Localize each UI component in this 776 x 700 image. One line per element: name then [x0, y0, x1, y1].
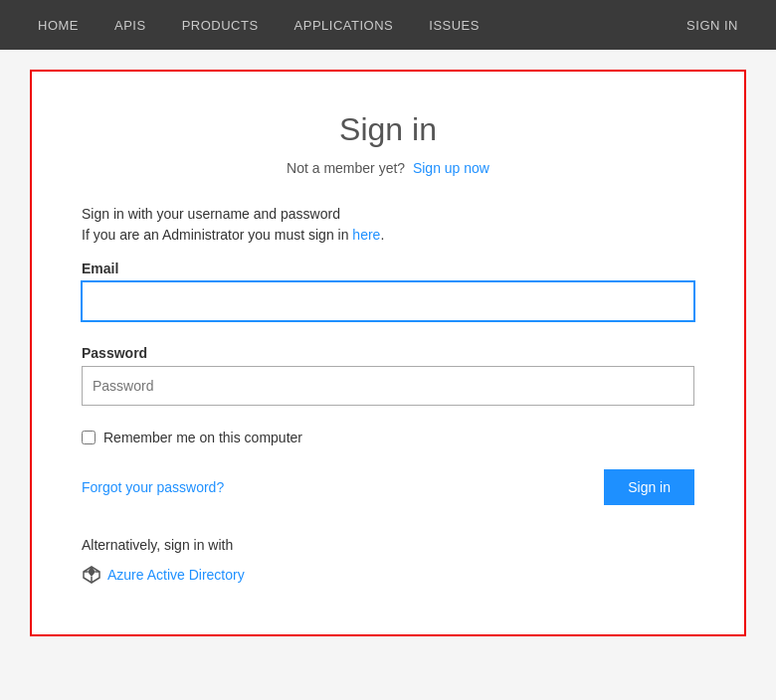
- nav-items: HOME APIS PRODUCTS APPLICATIONS ISSUES: [20, 0, 669, 50]
- aad-label: Azure Active Directory: [107, 567, 245, 583]
- alt-signin-options: Azure Active Directory: [82, 565, 694, 585]
- password-label: Password: [82, 345, 694, 361]
- alt-signin-label: Alternatively, sign in with: [82, 537, 694, 553]
- signin-button[interactable]: Sign in: [604, 469, 694, 505]
- signup-link[interactable]: Sign up now: [413, 160, 489, 176]
- admin-note: If you are an Administrator you must sig…: [82, 227, 694, 243]
- password-group: Password: [82, 345, 694, 422]
- nav-apis[interactable]: APIS: [97, 0, 164, 50]
- main-content: Sign in Not a member yet? Sign up now Si…: [0, 50, 776, 700]
- nav-applications[interactable]: APPLICATIONS: [277, 0, 412, 50]
- action-row: Forgot your password? Sign in: [82, 469, 694, 505]
- remember-me-row: Remember me on this computer: [82, 430, 694, 445]
- admin-note-text: If you are an Administrator you must sig…: [82, 227, 352, 243]
- form-description: Sign in with your username and password: [82, 206, 694, 222]
- admin-here-link[interactable]: here: [352, 227, 380, 243]
- remember-me-checkbox[interactable]: [82, 431, 96, 444]
- remember-me-label: Remember me on this computer: [103, 430, 302, 445]
- nav-signin[interactable]: SIGN IN: [669, 0, 756, 50]
- email-group: Email: [82, 261, 694, 337]
- aad-icon: [82, 565, 101, 585]
- forgot-password-link[interactable]: Forgot your password?: [82, 479, 224, 495]
- signin-card: Sign in Not a member yet? Sign up now Si…: [30, 70, 746, 636]
- subtitle-text: Not a member yet?: [287, 160, 405, 176]
- nav-home[interactable]: HOME: [20, 0, 97, 50]
- aad-link[interactable]: Azure Active Directory: [82, 565, 245, 585]
- page-title: Sign in: [82, 111, 694, 148]
- email-label: Email: [82, 261, 694, 276]
- navbar: HOME APIS PRODUCTS APPLICATIONS ISSUES S…: [0, 0, 776, 50]
- nav-products[interactable]: PRODUCTS: [164, 0, 277, 50]
- email-input[interactable]: [82, 281, 694, 321]
- password-input[interactable]: [82, 366, 694, 406]
- signin-subtitle: Not a member yet? Sign up now: [82, 160, 694, 176]
- nav-issues[interactable]: ISSUES: [411, 0, 497, 50]
